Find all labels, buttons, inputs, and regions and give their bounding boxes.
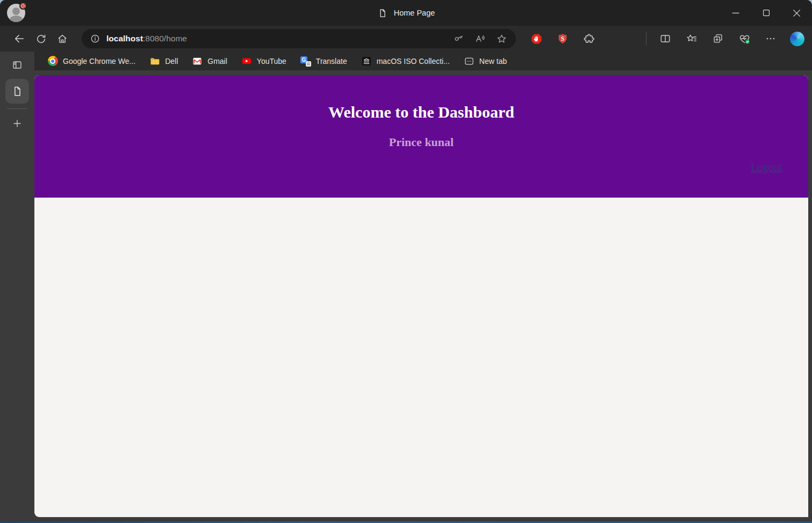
site-info-icon[interactable]: [86, 31, 104, 47]
bookmark-label: Google Chrome We...: [63, 57, 135, 66]
username-text: Prince kunal: [34, 135, 808, 149]
bank-favicon: [361, 56, 372, 67]
home-button[interactable]: [52, 29, 73, 48]
bookmark-youtube[interactable]: YouTube: [236, 54, 292, 69]
url-host: localhost: [106, 34, 143, 43]
browser-essentials-icon[interactable]: [734, 29, 755, 48]
vertical-tab-sidebar: [0, 52, 34, 523]
bookmark-gmail[interactable]: Gmail: [186, 54, 233, 69]
extensions-puzzle-icon[interactable]: [578, 29, 600, 48]
translate-favicon: G: [300, 56, 311, 67]
active-tab-title: Home Page: [377, 0, 435, 26]
window-controls: [720, 0, 812, 26]
window-left-edge: [0, 26, 2, 523]
url-path: :8080/home: [143, 34, 187, 43]
settings-more-icon[interactable]: [760, 29, 781, 48]
minimize-button[interactable]: [720, 0, 751, 26]
favorites-icon[interactable]: [681, 29, 702, 48]
bookmark-macos-iso-collection[interactable]: macOS ISO Collecti...: [356, 54, 455, 69]
active-tab-button[interactable]: [5, 79, 29, 104]
page-title: Welcome to the Dashboard: [34, 75, 808, 121]
adblock-extension-icon[interactable]: [526, 29, 547, 48]
profile-alert-badge: [19, 2, 27, 10]
bookmark-label: macOS ISO Collecti...: [377, 57, 450, 66]
read-aloud-icon[interactable]: [471, 31, 489, 47]
web-page: Welcome to the Dashboard Prince kunal Lo…: [34, 75, 808, 517]
bookmark-label: Translate: [316, 57, 347, 66]
sidebar-divider: [7, 108, 27, 109]
svg-text:S: S: [561, 35, 564, 42]
toolbar-separator: [646, 32, 646, 45]
bookmark-google-chrome-webstore[interactable]: Google Chrome We...: [42, 54, 141, 69]
logout-row: Logout: [34, 161, 808, 173]
bookmark-new-tab[interactable]: New tab: [458, 54, 512, 69]
address-bar[interactable]: localhost:8080/home: [82, 29, 516, 48]
bookmarks-bar: Google Chrome We... Dell: [34, 52, 812, 70]
copilot-icon[interactable]: [786, 29, 808, 48]
main-region: Google Chrome We... Dell: [0, 52, 812, 523]
bookmark-label: Gmail: [207, 57, 227, 66]
toolbar-right-actions: [643, 29, 808, 48]
content-column: Google Chrome We... Dell: [34, 52, 812, 523]
page-frame: Welcome to the Dashboard Prince kunal Lo…: [34, 70, 812, 523]
page-header: Welcome to the Dashboard Prince kunal Lo…: [34, 75, 808, 198]
chrome-favicon: [47, 56, 58, 67]
newtab-favicon: [464, 56, 475, 67]
folder-icon: [149, 56, 160, 67]
shield-s-extension-icon[interactable]: S: [552, 29, 573, 48]
title-bar: Home Page: [0, 0, 812, 26]
password-key-icon[interactable]: [449, 31, 468, 47]
refresh-button[interactable]: [30, 29, 52, 48]
bookmark-dell-folder[interactable]: Dell: [144, 54, 183, 69]
maximize-button[interactable]: [751, 0, 781, 26]
bookmark-label: New tab: [479, 57, 507, 66]
profile-avatar[interactable]: [7, 4, 25, 22]
tab-title-text: Home Page: [394, 9, 435, 17]
address-bar-actions: [449, 31, 511, 47]
bookmark-label: YouTube: [257, 57, 286, 66]
tab-actions-menu-icon[interactable]: [7, 55, 27, 75]
logout-link[interactable]: Logout: [751, 161, 782, 173]
bookmark-translate[interactable]: G Translate: [295, 54, 353, 69]
youtube-favicon: [241, 56, 252, 67]
url-text[interactable]: localhost:8080/home: [106, 34, 187, 43]
navigation-toolbar: localhost:8080/home: [0, 26, 812, 52]
back-button[interactable]: [9, 29, 30, 48]
collections-icon[interactable]: [707, 29, 729, 48]
gmail-favicon: [192, 56, 203, 67]
extension-buttons: S: [526, 29, 600, 48]
split-screen-icon[interactable]: [655, 29, 676, 48]
close-button[interactable]: [781, 0, 812, 26]
add-favorite-star-icon[interactable]: [492, 31, 511, 47]
new-tab-plus-icon[interactable]: [7, 114, 27, 133]
browser-window: Home Page: [0, 0, 812, 523]
bookmark-label: Dell: [165, 57, 178, 66]
page-document-icon: [377, 8, 387, 18]
